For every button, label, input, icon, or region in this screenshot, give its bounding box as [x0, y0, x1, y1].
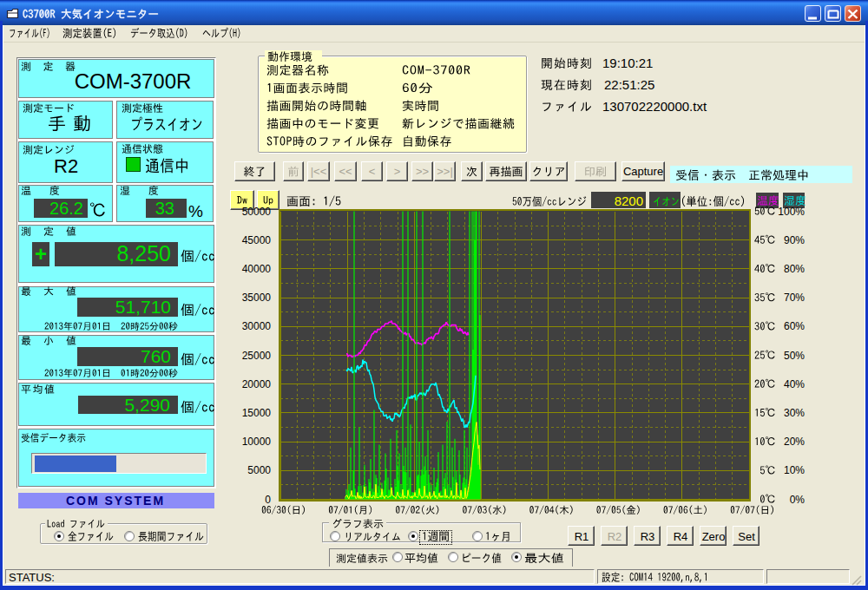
svg-text:40%: 40% [784, 378, 805, 390]
svg-text:760: 760 [141, 346, 171, 366]
svg-text:COM-3700R: COM-3700R [75, 69, 192, 93]
svg-text:5000: 5000 [247, 464, 271, 476]
svg-text:R2: R2 [54, 155, 78, 177]
svg-text:30000: 30000 [242, 320, 272, 332]
svg-text:40000: 40000 [242, 263, 272, 275]
svg-text:<<: << [339, 165, 352, 178]
svg-text:30%: 30% [784, 407, 805, 419]
svg-text:45000: 45000 [242, 234, 272, 246]
svg-text:|<<: |<< [311, 165, 327, 178]
svg-text:100%: 100% [778, 206, 805, 218]
svg-text:R1: R1 [575, 530, 589, 543]
svg-text:80%: 80% [784, 263, 805, 275]
svg-text:Capture: Capture [623, 165, 663, 178]
svg-text:>: > [394, 165, 401, 178]
svg-text:60%: 60% [784, 320, 805, 332]
svg-text:+: + [35, 242, 47, 266]
svg-text:10000: 10000 [242, 436, 272, 448]
svg-text:%: % [188, 202, 203, 220]
svg-text:R4: R4 [674, 530, 688, 543]
svg-text:10%: 10% [784, 464, 805, 476]
svg-text:Set: Set [738, 530, 755, 543]
svg-text:19:10:21: 19:10:21 [602, 56, 653, 70]
svg-text:>>|: >>| [437, 165, 453, 178]
svg-text:25000: 25000 [242, 350, 272, 362]
svg-text:STATUS:: STATUS: [9, 571, 55, 584]
svg-text:>>: >> [416, 165, 429, 178]
svg-text:26.2: 26.2 [49, 199, 83, 218]
svg-text:70%: 70% [784, 292, 805, 304]
svg-text:22:51:25: 22:51:25 [604, 77, 654, 92]
svg-text:90%: 90% [784, 234, 805, 246]
svg-text:130702220000.txt: 130702220000.txt [602, 99, 707, 114]
svg-text:8,250: 8,250 [116, 241, 171, 266]
svg-text:35000: 35000 [242, 292, 272, 304]
svg-text:33: 33 [155, 199, 174, 218]
svg-text:Zero: Zero [702, 530, 726, 543]
svg-text:R3: R3 [641, 530, 655, 543]
svg-text:R2: R2 [608, 530, 622, 543]
svg-text:COM SYSTEM: COM SYSTEM [66, 494, 165, 508]
svg-text:<: < [369, 165, 376, 178]
svg-text:50%: 50% [784, 350, 805, 362]
svg-text:50000: 50000 [242, 206, 272, 218]
svg-text:8200: 8200 [615, 193, 643, 208]
svg-text:20%: 20% [784, 436, 805, 448]
svg-text:0: 0 [265, 494, 271, 506]
svg-text:20000: 20000 [242, 378, 272, 390]
svg-text:5,290: 5,290 [124, 395, 170, 415]
svg-text:51,710: 51,710 [115, 297, 171, 317]
svg-text:0%: 0% [790, 494, 806, 506]
svg-text:15000: 15000 [242, 407, 272, 419]
